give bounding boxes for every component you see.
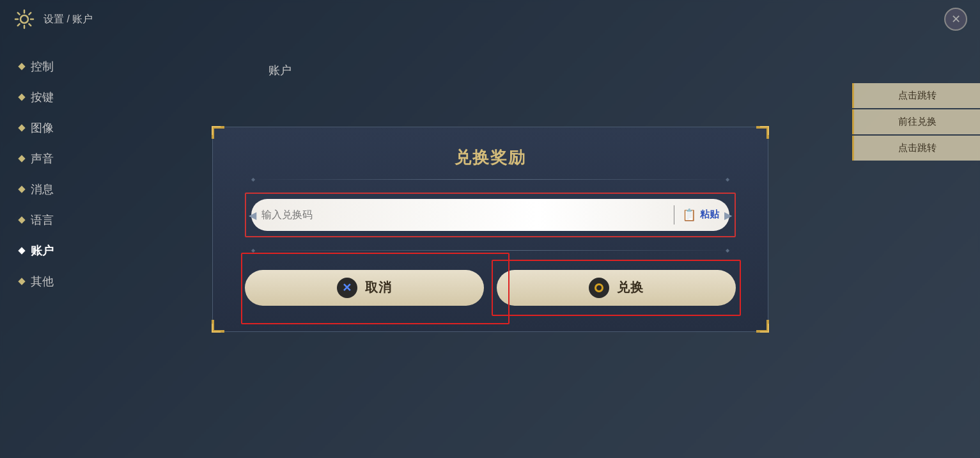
corner-decoration-br bbox=[751, 315, 769, 333]
redemption-code-input[interactable] bbox=[261, 209, 666, 221]
cancel-icon: ✕ bbox=[337, 278, 357, 298]
corner-decoration-tr bbox=[751, 126, 769, 144]
corner-decoration-tl bbox=[212, 126, 229, 144]
svg-marker-1 bbox=[212, 126, 224, 139]
paste-button[interactable]: 📋 粘贴 bbox=[682, 208, 719, 222]
confirm-icon bbox=[589, 278, 609, 298]
top-divider bbox=[245, 179, 736, 180]
dialog-overlay: 兑换奖励 ◀ 📋 粘贴 ▶ ✕ 取消 bbox=[0, 0, 980, 458]
svg-marker-3 bbox=[756, 126, 769, 139]
confirm-circle bbox=[595, 283, 603, 292]
svg-marker-7 bbox=[756, 320, 769, 333]
paste-icon: 📋 bbox=[682, 208, 696, 222]
corner-decoration-bl bbox=[212, 315, 229, 333]
arrow-left-icon: ◀ bbox=[249, 209, 256, 221]
cancel-button[interactable]: ✕ 取消 bbox=[245, 270, 484, 306]
button-row: ✕ 取消 兑换 bbox=[245, 270, 736, 306]
svg-marker-5 bbox=[212, 320, 224, 333]
input-section: ◀ 📋 粘贴 ▶ bbox=[245, 193, 736, 237]
input-divider bbox=[674, 205, 674, 225]
bottom-divider bbox=[245, 250, 736, 251]
input-inner: ◀ 📋 粘贴 ▶ bbox=[251, 199, 729, 231]
arrow-right-icon: ▶ bbox=[724, 209, 732, 221]
redemption-dialog: 兑换奖励 ◀ 📋 粘贴 ▶ ✕ 取消 bbox=[212, 127, 768, 332]
confirm-button[interactable]: 兑换 bbox=[497, 270, 736, 306]
dialog-title: 兑换奖励 bbox=[245, 146, 736, 169]
